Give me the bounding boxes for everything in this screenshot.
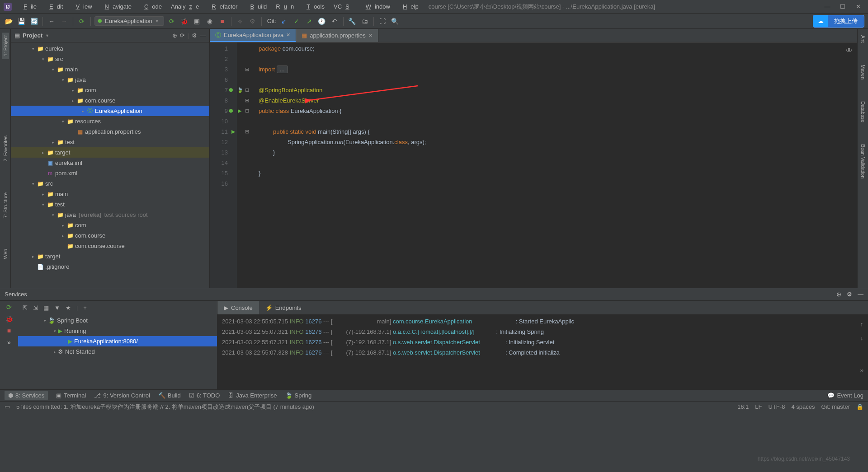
run-config-selector[interactable]: ⬢ EurekaApplication ▼ bbox=[94, 16, 164, 26]
tree-row-com[interactable]: ▸📁com bbox=[11, 85, 209, 95]
menu-tools[interactable]: Tools bbox=[299, 1, 328, 12]
tree-row-com[interactable]: ▸📁com bbox=[11, 220, 209, 230]
svc-row-spring-boot[interactable]: ▾🍃Spring Boot bbox=[18, 315, 217, 326]
menu-vcs[interactable]: VCS bbox=[330, 1, 357, 12]
config-icon[interactable]: ⚙ bbox=[248, 16, 258, 26]
profile-icon[interactable]: ◉ bbox=[205, 16, 215, 26]
target-icon[interactable]: ⊕ bbox=[172, 32, 177, 39]
git-branch[interactable]: Git: master bbox=[821, 403, 850, 410]
encoding[interactable]: UTF-8 bbox=[769, 403, 785, 410]
services-tree[interactable]: ▾🍃Spring Boot▾▶Running▶EurekaApplication… bbox=[18, 314, 217, 389]
svc-row-not-started[interactable]: ▸⚙Not Started bbox=[18, 346, 217, 357]
tree-row-test[interactable]: ▾📁test bbox=[11, 199, 209, 210]
search-icon[interactable]: 🔍 bbox=[390, 16, 400, 26]
menu-analyze[interactable]: Analyze bbox=[167, 1, 203, 12]
chevron-down-icon[interactable]: ▼ bbox=[45, 33, 49, 38]
tab-eureka-application[interactable]: Ⓒ EurekaApplication.java ✕ bbox=[210, 29, 296, 42]
tree-row--gitignore[interactable]: 📄.gitignore bbox=[11, 262, 209, 272]
close-icon[interactable]: ✕ bbox=[854, 3, 862, 10]
tree-row-java[interactable]: ▾📁java[eureka]test sources root bbox=[11, 210, 209, 220]
scroll-up-icon[interactable]: ↑ bbox=[860, 319, 863, 329]
tree-row-target[interactable]: ▸📁target bbox=[11, 147, 209, 158]
coverage-icon[interactable]: ▣ bbox=[192, 16, 202, 26]
vcs-icon[interactable]: ▭ bbox=[5, 403, 10, 410]
run-icon[interactable]: ⟳ bbox=[167, 16, 177, 26]
tab-todo[interactable]: ☑6: TODO bbox=[189, 392, 220, 399]
attach-icon[interactable]: ⎆ bbox=[235, 16, 245, 26]
rerun-icon[interactable]: ⟳ bbox=[6, 304, 12, 311]
indent[interactable]: 4 spaces bbox=[791, 403, 815, 410]
tree-row-eureka[interactable]: ▾📁eureka bbox=[11, 43, 209, 54]
menu-view[interactable]: View bbox=[68, 1, 95, 12]
open-icon[interactable]: 📂 bbox=[4, 16, 14, 26]
sync-icon[interactable]: 🔄 bbox=[29, 16, 39, 26]
tree-row-com-course-course[interactable]: 📁com.course.course bbox=[11, 241, 209, 251]
expand-icon[interactable]: ⛶ bbox=[377, 16, 387, 26]
collapse-icon[interactable]: — bbox=[200, 32, 206, 39]
git-history-icon[interactable]: 🕐 bbox=[317, 16, 327, 26]
stripe-ant[interactable]: Ant bbox=[860, 33, 866, 45]
more-icon[interactable]: » bbox=[7, 339, 11, 346]
scroll-down-icon[interactable]: ↓ bbox=[860, 333, 863, 343]
git-revert-icon[interactable]: ↶ bbox=[330, 16, 340, 26]
stripe-bean-validation[interactable]: Bean Validation bbox=[860, 142, 866, 180]
menu-help[interactable]: Help bbox=[396, 1, 422, 12]
stripe-structure[interactable]: 7: Structure bbox=[3, 191, 8, 220]
tree-row-resources[interactable]: ▾📁resources bbox=[11, 116, 209, 126]
close-icon[interactable]: ✕ bbox=[286, 32, 290, 38]
tab-endpoints[interactable]: ⚡Endpoints bbox=[259, 301, 308, 314]
tree-row-eurekaapplication[interactable]: ▸ⒸEurekaApplication bbox=[11, 106, 209, 116]
expand-all-icon[interactable]: ⇲ bbox=[33, 304, 38, 311]
lock-icon[interactable]: 🔒 bbox=[856, 403, 863, 410]
project-structure-icon[interactable]: 🗂 bbox=[360, 16, 370, 26]
stripe-database[interactable]: Database bbox=[860, 99, 866, 124]
git-commit-icon[interactable]: ✓ bbox=[292, 16, 302, 26]
run-gutter-icon[interactable]: ⬢ bbox=[229, 106, 233, 116]
svc-row-running[interactable]: ▾▶Running bbox=[18, 326, 217, 336]
collapse-icon[interactable]: — bbox=[858, 291, 863, 298]
caret-pos[interactable]: 16:1 bbox=[737, 403, 749, 410]
upload-button[interactable]: ☁ 拖拽上传 bbox=[813, 15, 864, 28]
editor-body[interactable]: 👁 123678910111213141516 ⬢ 🍃 ⬢ ▶ ▶ ⊟ ⊟ ⊟ … bbox=[210, 42, 857, 288]
stripe-project[interactable]: 1: Project bbox=[2, 33, 9, 59]
maximize-icon[interactable]: ☐ bbox=[839, 3, 846, 10]
filter-icon[interactable]: ▼ bbox=[54, 304, 60, 311]
git-update-icon[interactable]: ↙ bbox=[279, 16, 289, 26]
project-tree[interactable]: ▾📁eureka▾📁src▾📁main▾📁java▸📁com▸📁com.cour… bbox=[11, 42, 209, 288]
tab-console[interactable]: ▶Console bbox=[217, 301, 259, 314]
tab-version-control[interactable]: ⎇9: Version Control bbox=[94, 392, 150, 399]
menu-run[interactable]: Run bbox=[272, 1, 297, 12]
play-gutter-icon[interactable]: ▶ bbox=[231, 126, 235, 137]
code-content[interactable]: package com.course; import ... @SpringBo… bbox=[237, 42, 857, 288]
tree-row-com-course[interactable]: ▸📁com.course bbox=[11, 95, 209, 106]
forward-icon[interactable]: → bbox=[59, 16, 69, 26]
tree-row-application-properties[interactable]: ▦application.properties bbox=[11, 126, 209, 137]
refresh-icon[interactable]: ⟳ bbox=[180, 32, 185, 39]
menu-navigate[interactable]: Navigate bbox=[98, 1, 135, 12]
debug-icon[interactable]: 🐞 bbox=[179, 16, 189, 26]
add-icon[interactable]: + bbox=[83, 304, 87, 311]
tree-row-src[interactable]: ▾📁src bbox=[11, 178, 209, 189]
group-icon[interactable]: ▦ bbox=[43, 304, 49, 311]
tab-spring[interactable]: 🍃Spring bbox=[285, 392, 312, 399]
stripe-maven[interactable]: Maven bbox=[860, 63, 866, 81]
tree-row-main[interactable]: ▸📁main bbox=[11, 189, 209, 199]
gear-icon[interactable]: ⚙ bbox=[192, 32, 197, 39]
tab-services[interactable]: ⬢8: Services bbox=[5, 391, 48, 400]
tree-row-test[interactable]: ▸📁test bbox=[11, 137, 209, 147]
git-push-icon[interactable]: ↗ bbox=[304, 16, 314, 26]
stripe-favorites[interactable]: 2: Favorites bbox=[3, 134, 8, 163]
line-separator[interactable]: LF bbox=[755, 403, 762, 410]
tab-terminal[interactable]: ▣Terminal bbox=[56, 392, 86, 399]
run-gutter-icon[interactable]: ⬢ bbox=[229, 85, 233, 95]
stop-icon[interactable]: ■ bbox=[217, 16, 227, 26]
target-icon[interactable]: ⊕ bbox=[836, 291, 841, 298]
tab-build[interactable]: 🔨Build bbox=[158, 392, 181, 399]
menu-refactor[interactable]: Refactor bbox=[204, 1, 241, 12]
tree-row-main[interactable]: ▾📁main bbox=[11, 64, 209, 75]
back-icon[interactable]: ← bbox=[47, 16, 57, 26]
menu-build[interactable]: Build bbox=[243, 1, 270, 12]
tab-event-log[interactable]: 💬Event Log bbox=[827, 392, 863, 399]
tree-row-eureka-iml[interactable]: ▣eureka.iml bbox=[11, 158, 209, 168]
tab-application-properties[interactable]: ▦ application.properties ✕ bbox=[296, 29, 378, 42]
